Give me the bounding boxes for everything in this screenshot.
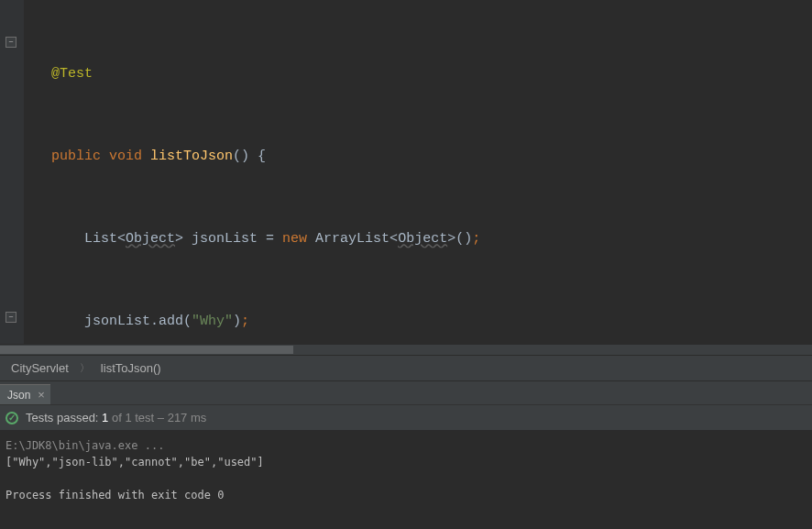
editor-area: – – @Test public void listToJson() { Lis… — [0, 0, 812, 344]
breadcrumb-item[interactable]: listToJson() — [101, 361, 161, 375]
test-status-bar: ✓ Tests passed: 1 of 1 test – 217 ms — [0, 404, 812, 430]
code-text: List< — [84, 231, 126, 247]
breadcrumb: CityServlet 〉 listToJson() — [0, 355, 812, 380]
breadcrumb-item[interactable]: CityServlet — [11, 361, 69, 375]
scrollbar-thumb[interactable] — [0, 346, 293, 354]
horizontal-scrollbar[interactable] — [0, 344, 812, 355]
annotation: @Test — [51, 66, 93, 82]
console-output[interactable]: E:\JDK8\bin\java.exe ... ["Why","json-li… — [0, 430, 812, 529]
keyword-public: public — [51, 149, 101, 164]
type-object: Object — [126, 231, 175, 247]
console-line: E:\JDK8\bin\java.exe ... — [5, 439, 164, 452]
gutter: – – — [0, 0, 24, 344]
code-text: ) — [233, 314, 241, 329]
method-name: listToJson — [150, 149, 233, 164]
console-line: ["Why","json-lib","cannot","be","used"] — [5, 456, 264, 468]
console-line: Process finished with exit code 0 — [5, 489, 224, 501]
brace: { — [258, 149, 266, 164]
parens: () — [233, 149, 249, 164]
code-text: >() — [447, 231, 472, 247]
keyword-void: void — [109, 149, 142, 164]
close-icon[interactable]: × — [38, 388, 45, 402]
chevron-right-icon: 〉 — [80, 361, 90, 375]
code-text: > jsonList = — [175, 231, 282, 247]
tool-tab-bar: Json × — [0, 380, 812, 404]
tab-label: Json — [7, 389, 30, 402]
fold-icon[interactable]: – — [5, 312, 16, 323]
type-object: Object — [398, 231, 447, 247]
tab-json[interactable]: Json × — [0, 384, 50, 404]
check-circle-icon: ✓ — [5, 412, 18, 424]
semicolon: ; — [241, 314, 249, 329]
code-text: jsonList.add( — [84, 314, 192, 329]
keyword-new: new — [282, 231, 307, 247]
fold-icon[interactable]: – — [5, 37, 16, 48]
test-status-text: Tests passed: 1 of 1 test – 217 ms — [26, 411, 206, 424]
code-editor[interactable]: @Test public void listToJson() { List<Ob… — [24, 0, 812, 344]
string-literal: "Why" — [192, 314, 233, 329]
code-text: ArrayList< — [307, 231, 398, 247]
semicolon: ; — [472, 231, 480, 247]
